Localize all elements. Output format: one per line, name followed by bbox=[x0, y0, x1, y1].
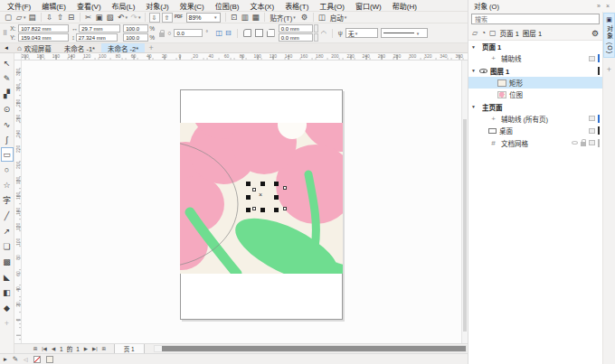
zoom-tool[interactable]: ⊙ bbox=[1, 101, 14, 117]
fill-color-swatch[interactable] bbox=[33, 356, 41, 363]
corner-node-se[interactable] bbox=[283, 207, 287, 210]
outline-width-dropdown[interactable]: ▾ bbox=[381, 28, 428, 38]
prev-page-button[interactable]: ◀ bbox=[49, 346, 58, 351]
object-x-field[interactable]: 107.822 mm bbox=[18, 24, 69, 33]
save-document-button[interactable]: ▤ bbox=[27, 12, 38, 23]
menu-item-10[interactable]: 窗口(W) bbox=[350, 1, 387, 11]
menu-item-3[interactable]: 布局(L) bbox=[107, 1, 141, 11]
connector-tool[interactable]: ↗ bbox=[1, 223, 14, 238]
expand-arrow-icon[interactable]: ▼ bbox=[471, 44, 479, 50]
selection-handle-sw[interactable] bbox=[246, 208, 251, 212]
ruler-corner[interactable] bbox=[14, 53, 22, 61]
print-icon[interactable] bbox=[589, 116, 595, 121]
smart-fill-tool[interactable]: ◆ bbox=[1, 300, 14, 315]
tree-row-0[interactable]: ▼页面 1 bbox=[468, 41, 602, 52]
publish-pdf-button[interactable]: PDF bbox=[174, 12, 184, 23]
document-tab-1[interactable]: 未命名 -2* bbox=[101, 43, 145, 52]
pick-tool[interactable]: ↖ bbox=[1, 55, 14, 70]
tree-row-2[interactable]: ▼图层 1 bbox=[468, 65, 602, 77]
artistic-media-tool[interactable]: ʃ bbox=[1, 132, 14, 147]
rectangle-tool[interactable]: ▭ bbox=[1, 147, 14, 162]
docker-collapse-button[interactable]: » bbox=[594, 3, 603, 9]
welcome-screen-tab[interactable]: ⌂欢迎屏幕 bbox=[11, 43, 58, 52]
outline-color-swatch[interactable] bbox=[46, 356, 53, 363]
tree-row-1[interactable]: +辅助线 bbox=[468, 52, 602, 64]
docker-close-button[interactable]: × bbox=[603, 3, 612, 9]
vertical-scrollbar[interactable] bbox=[461, 61, 468, 343]
corner-node-nw[interactable] bbox=[252, 188, 256, 191]
object-width-field[interactable]: 29.7 mm bbox=[79, 24, 120, 33]
ellipse-tool[interactable]: ○ bbox=[1, 162, 14, 177]
paste-button[interactable]: ▧ bbox=[105, 12, 116, 23]
menu-item-6[interactable]: 位图(B) bbox=[210, 1, 245, 11]
shape-tool[interactable]: ✎ bbox=[1, 70, 14, 86]
menu-item-7[interactable]: 文本(X) bbox=[244, 1, 279, 11]
expand-arrow-icon[interactable]: ▼ bbox=[471, 68, 479, 73]
scalloped-corner-button[interactable] bbox=[255, 29, 263, 37]
selection-handle-n[interactable] bbox=[260, 182, 265, 186]
mirror-horizontal-button[interactable]: ◫ bbox=[215, 29, 222, 37]
polygon-tool[interactable]: ☆ bbox=[1, 177, 14, 192]
horizontal-scrollbar-thumb[interactable] bbox=[162, 346, 466, 351]
selection-overlay[interactable]: × bbox=[248, 183, 277, 210]
selection-handle-ne[interactable] bbox=[274, 182, 279, 186]
tree-row-3[interactable]: 矩形 bbox=[468, 77, 602, 89]
drop-shadow-tool[interactable]: ❏ bbox=[1, 238, 14, 254]
menu-item-11[interactable]: 帮助(H) bbox=[387, 1, 422, 11]
document-tab-0[interactable]: 未命名 -1* bbox=[58, 43, 101, 52]
page-tab[interactable]: 页 1 bbox=[114, 344, 145, 353]
corner-node-sw[interactable] bbox=[252, 207, 256, 210]
selection-center-mark[interactable]: × bbox=[259, 191, 262, 198]
drawing-canvas[interactable]: × bbox=[22, 61, 461, 343]
selection-handle-s[interactable] bbox=[260, 208, 265, 212]
menu-item-0[interactable]: 文件(F) bbox=[2, 1, 36, 11]
export-button[interactable]: ⇧ bbox=[55, 12, 66, 23]
corner-node-ne[interactable] bbox=[283, 186, 287, 190]
chamfered-corner-button[interactable] bbox=[267, 29, 275, 37]
launch-menu[interactable]: 启动▾ bbox=[327, 13, 351, 23]
menu-item-8[interactable]: 表格(T) bbox=[279, 1, 314, 11]
print-icon[interactable] bbox=[589, 56, 595, 61]
print-icon[interactable] bbox=[589, 128, 595, 134]
crop-tool[interactable]: ▞ bbox=[1, 86, 14, 101]
interactive-fill-tool[interactable]: ◧ bbox=[1, 285, 14, 300]
mesh-fill-tool[interactable]: ▩ bbox=[1, 254, 14, 269]
relative-corner-radius-button[interactable]: ◠ bbox=[321, 30, 326, 37]
color-eyedropper-tool[interactable]: ◣ bbox=[1, 269, 14, 285]
selection-handle-e[interactable] bbox=[274, 195, 279, 200]
layer-visibility-icon[interactable] bbox=[479, 69, 487, 73]
round-corner-button[interactable] bbox=[243, 29, 251, 37]
tree-row-6[interactable]: +辅助线 (所有页) bbox=[468, 113, 602, 125]
tree-row-4[interactable]: 位图 bbox=[468, 89, 602, 100]
object-origin-grid[interactable]: ⠿ bbox=[3, 30, 7, 37]
copy-button[interactable]: ▣ bbox=[94, 12, 105, 23]
text-tool[interactable]: 字 bbox=[1, 192, 14, 208]
view-rulers-button[interactable]: ▥ bbox=[240, 12, 251, 23]
active-layer-indicator[interactable]: 图层 1 bbox=[523, 28, 542, 38]
lock-ratio-button[interactable] bbox=[159, 33, 165, 37]
scale-x-field[interactable]: 100.0 bbox=[123, 24, 148, 33]
vertical-scrollbar-thumb[interactable] bbox=[463, 119, 467, 331]
last-page-button[interactable]: ▶| bbox=[90, 346, 99, 351]
object-visibility-icon[interactable]: ◔ bbox=[481, 29, 486, 37]
object-search-input[interactable] bbox=[471, 14, 600, 24]
horizontal-scrollbar[interactable] bbox=[154, 345, 467, 352]
tree-row-7[interactable]: 桌面 bbox=[468, 125, 602, 136]
new-object-icon[interactable]: ▱ bbox=[472, 29, 478, 37]
docker-settings-gear-icon[interactable]: ⚙ bbox=[591, 29, 599, 38]
tree-row-8[interactable]: #文档网格 bbox=[468, 136, 602, 148]
menu-item-9[interactable]: 工具(O) bbox=[314, 1, 350, 11]
import-button[interactable]: ⇩ bbox=[44, 12, 55, 23]
eyeoff-icon[interactable] bbox=[572, 141, 578, 145]
selection-handle-nw[interactable] bbox=[246, 182, 251, 186]
active-page-indicator[interactable]: 页面 1 bbox=[500, 28, 519, 38]
application-launcher-button[interactable]: ◫ bbox=[317, 12, 327, 23]
first-page-button[interactable]: |◀ bbox=[40, 346, 49, 351]
lock-icon[interactable] bbox=[581, 142, 586, 146]
import-page-button[interactable]: ⇩ bbox=[149, 13, 160, 23]
page-icon[interactable]: ▢ bbox=[489, 29, 497, 37]
object-y-field[interactable]: 159.043 mm bbox=[18, 33, 69, 42]
new-document-button[interactable]: ▢ bbox=[3, 12, 14, 23]
scale-y-field[interactable]: 100.0 bbox=[123, 33, 148, 42]
color-expand-icon[interactable]: ◁ bbox=[24, 356, 28, 362]
